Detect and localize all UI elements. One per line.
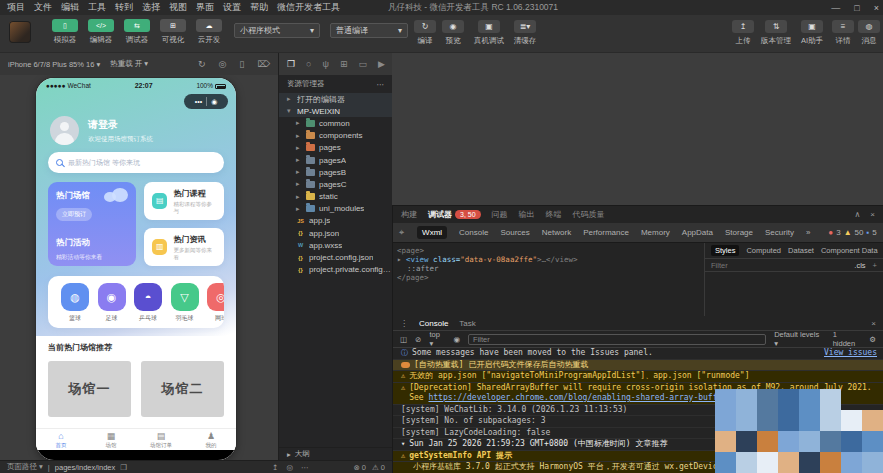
file-project-config[interactable]: {}project.config.json <box>279 251 392 263</box>
tab-venues[interactable]: ▦ 场馆 <box>86 429 136 450</box>
rotate-icon[interactable]: ↻ <box>198 59 206 69</box>
details-button[interactable]: ≡ 详情 <box>830 20 856 46</box>
hot-course-card[interactable]: ▤ 热门课程 精彩课程等你参与 <box>144 182 224 220</box>
tab-dataset[interactable]: Dataset <box>788 246 814 255</box>
folder-pages[interactable]: ▸pages <box>279 142 392 154</box>
debugger-button[interactable]: ⇆ 调试器 <box>120 19 154 45</box>
miniprogram-capsule[interactable]: ••• ◉ <box>184 94 228 109</box>
folder-components[interactable]: ▸components <box>279 130 392 142</box>
more-dots-icon[interactable]: ••• <box>195 98 202 105</box>
preview-status-icon[interactable]: ◎ <box>286 463 293 472</box>
tab-storage[interactable]: Storage <box>725 228 753 237</box>
log-levels-select[interactable]: Default levels ▾ <box>774 330 825 348</box>
tab-network[interactable]: Network <box>542 228 571 237</box>
book-now-button[interactable]: 立即预订 <box>56 208 92 221</box>
menu-help[interactable]: 帮助 <box>250 1 268 14</box>
tab-wxml[interactable]: Wxml <box>417 226 447 239</box>
exit-circle-icon[interactable]: ◉ <box>211 98 217 106</box>
mode-select[interactable]: 小程序模式 ▾ <box>234 23 320 38</box>
close-panel-icon[interactable]: × <box>870 210 875 219</box>
expander-icon[interactable]: ▾ <box>401 439 405 450</box>
tab-debugger[interactable]: 调试器3, 50 <box>428 209 481 220</box>
tab-component-data[interactable]: Component Data <box>821 246 878 255</box>
tab-task[interactable]: Task <box>459 319 475 328</box>
file-app-js[interactable]: JSapp.js <box>279 215 392 227</box>
sport-football[interactable]: ◉ 足球 <box>95 283 129 328</box>
search-icon[interactable]: ○ <box>306 59 311 69</box>
venue-card-1[interactable]: 场馆一 <box>48 361 131 417</box>
eye-icon[interactable]: ◉ <box>454 335 461 344</box>
tab-terminal[interactable]: 终端 <box>546 209 562 220</box>
tab-code-quality[interactable]: 代码质量 <box>573 209 605 220</box>
page-path-select[interactable]: 页面路径 ▾ <box>7 462 43 472</box>
version-control-button[interactable]: ⇅ 版本管理 <box>758 20 794 46</box>
tab-problems[interactable]: 问题 <box>492 209 508 220</box>
git-branch-icon[interactable]: ψ <box>323 59 329 69</box>
project-root-row[interactable]: ▾MP-WEIXIN <box>279 105 392 117</box>
search-input[interactable]: 最新热门场馆 等你来玩 <box>48 152 224 173</box>
compile-mode-select[interactable]: 普通编译 ▾ <box>330 23 408 38</box>
tab-security[interactable]: Security <box>765 228 794 237</box>
tab-appdata[interactable]: AppData <box>682 228 713 237</box>
hot-activity-title[interactable]: 热门活动 <box>56 237 128 249</box>
tab-console[interactable]: Console <box>459 228 488 237</box>
tab-sources[interactable]: Sources <box>500 228 529 237</box>
new-style-rule-button[interactable]: + <box>873 261 877 270</box>
preview-button[interactable]: ◉ 预览 <box>440 20 466 46</box>
editor-button[interactable]: </> 编辑器 <box>84 19 118 45</box>
avatar[interactable] <box>50 116 79 145</box>
folder-common[interactable]: ▸common <box>279 117 392 129</box>
upload-button[interactable]: ↥ 上传 <box>730 20 756 46</box>
maximize-button[interactable]: □ <box>854 3 859 13</box>
outline-section[interactable]: ▸大纲 <box>279 447 392 460</box>
chrome-docs-link[interactable]: https://developer.chrome.com/blog/enabli… <box>428 393 731 402</box>
tab-orders[interactable]: ▤ 场馆订单 <box>136 429 186 450</box>
collapse-panel-icon[interactable]: ∧ <box>854 210 860 219</box>
wxml-elements-tree[interactable]: <page> ▸ <view class="data-v-08aa2ffe">…… <box>393 243 705 316</box>
menu-view[interactable]: 视图 <box>169 1 187 14</box>
view-issues-link[interactable]: View issues <box>824 348 877 359</box>
menu-goto[interactable]: 转到 <box>115 1 133 14</box>
tab-styles[interactable]: Styles <box>711 245 739 256</box>
drawer-menu-icon[interactable]: ⋮ <box>400 319 408 328</box>
device-frame-icon[interactable]: ▯ <box>239 59 244 69</box>
compile-button[interactable]: ↻ 编译 <box>412 20 438 46</box>
files-icon[interactable]: ❐ <box>287 59 295 69</box>
tab-memory[interactable]: Memory <box>641 228 670 237</box>
inspect-element-icon[interactable]: ⌖ <box>399 227 404 238</box>
hot-news-card[interactable]: ▥ 热门资讯 更多新闻等你来看 <box>144 228 224 266</box>
console-settings-icon[interactable]: ⚙ <box>869 335 876 344</box>
cloud-dev-button[interactable]: ☁ 云开发 <box>192 19 226 45</box>
context-select[interactable]: top ▾ <box>429 330 445 348</box>
copy-path-icon[interactable]: ❐ <box>120 463 127 472</box>
tab-console-drawer[interactable]: Console <box>419 319 448 328</box>
ai-assistant-button[interactable]: ▣ AI助手 <box>796 20 828 46</box>
more-actions-icon[interactable]: ⋯ <box>377 80 385 89</box>
toggle-class-button[interactable]: .cls <box>854 261 865 270</box>
clear-cache-button[interactable]: ≣▾ 清缓存 <box>510 20 540 46</box>
styles-filter-input[interactable]: Filter <box>711 261 728 270</box>
sport-basketball[interactable]: ◍ 篮球 <box>58 283 92 328</box>
menu-edit[interactable]: 编辑 <box>61 1 79 14</box>
menu-settings[interactable]: 设置 <box>223 1 241 14</box>
menu-interface[interactable]: 界面 <box>196 1 214 14</box>
messages-button[interactable]: ◍ 消息 <box>856 20 882 46</box>
file-app-json[interactable]: {}app.json <box>279 227 392 239</box>
console-filter-input[interactable]: Filter <box>468 334 766 345</box>
file-project-private-config[interactable]: {}project.private.config.json <box>279 264 392 276</box>
visualization-button[interactable]: ⊞ 可视化 <box>156 19 190 45</box>
user-login-row[interactable]: 请登录 欢迎使用场馆预订系统 <box>50 116 153 145</box>
folder-pagesA[interactable]: ▸pagesA <box>279 154 392 166</box>
tab-build[interactable]: 构建 <box>401 209 417 220</box>
sport-tennis[interactable]: ◎ 网球 <box>204 283 224 328</box>
more-status-icon[interactable]: ⋯ <box>301 463 309 472</box>
upload-status-icon[interactable]: ↥ <box>272 463 278 472</box>
menu-devtools[interactable]: 微信开发者工具 <box>277 1 340 14</box>
more-tabs-icon[interactable]: » <box>806 228 810 237</box>
simulator-button[interactable]: ▯ 模拟器 <box>48 19 82 45</box>
remote-debug-button[interactable]: ▣ 真机调试 <box>470 20 508 46</box>
pointer-icon[interactable]: ▶ <box>378 59 385 69</box>
folder-pagesB[interactable]: ▸pagesB <box>279 166 392 178</box>
login-title[interactable]: 请登录 <box>88 118 153 132</box>
menu-tools[interactable]: 工具 <box>88 1 106 14</box>
